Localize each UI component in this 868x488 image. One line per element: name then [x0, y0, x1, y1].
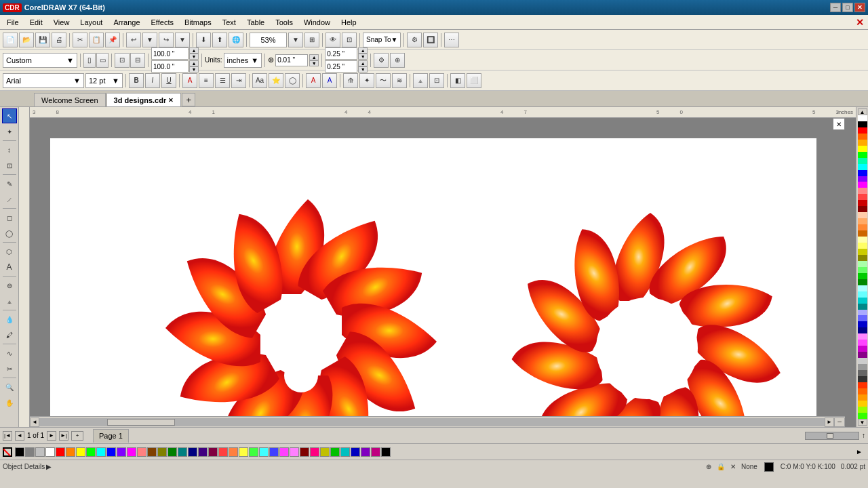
- add-page-frame[interactable]: ⊕: [390, 53, 405, 68]
- color-swatch[interactable]: [858, 194, 867, 200]
- menu-text[interactable]: Text: [217, 17, 241, 28]
- menu-edit[interactable]: Edit: [24, 17, 48, 28]
- font-dropdown[interactable]: Arial ▼: [3, 73, 84, 88]
- blend-tools[interactable]: ⟰: [343, 73, 358, 88]
- h-color-swatch[interactable]: [76, 447, 85, 457]
- hscroll-left[interactable]: ◄: [30, 418, 39, 427]
- color-swatch[interactable]: [858, 315, 867, 321]
- color-swatch[interactable]: [858, 364, 867, 370]
- h-color-swatch[interactable]: [157, 447, 167, 457]
- h-color-swatch[interactable]: [96, 447, 106, 457]
- h-color-swatch[interactable]: [15, 447, 24, 457]
- distort-btn[interactable]: 〜: [376, 73, 391, 88]
- prev-page-btn[interactable]: ◄: [15, 431, 24, 441]
- more-button[interactable]: ⋯: [444, 33, 459, 47]
- h-color-swatch[interactable]: [218, 447, 228, 457]
- select-tool[interactable]: ↖: [2, 108, 17, 123]
- color-swatch[interactable]: [858, 200, 867, 206]
- canvas-close-button[interactable]: ✕: [833, 118, 845, 130]
- h-color-swatch[interactable]: [310, 447, 319, 457]
- close-button[interactable]: ✕: [854, 3, 865, 12]
- tab-welcome-screen[interactable]: Welcome Screen: [34, 93, 106, 106]
- text-in-frame[interactable]: A: [322, 73, 337, 88]
- palette-scroll-down[interactable]: ▼: [858, 419, 867, 426]
- h-color-swatch[interactable]: [86, 447, 96, 457]
- last-page-btn[interactable]: ►|: [59, 431, 68, 441]
- color-swatch[interactable]: [858, 310, 867, 316]
- color-swatch[interactable]: [858, 285, 867, 291]
- align-left[interactable]: ≡: [199, 73, 214, 88]
- color-swatch[interactable]: [858, 370, 867, 376]
- color-swatch[interactable]: [858, 376, 867, 382]
- transform-tool[interactable]: ↕: [2, 142, 17, 157]
- color-swatch[interactable]: [858, 279, 867, 285]
- workspace-button[interactable]: 🔲: [423, 33, 438, 47]
- scroll-palette-right[interactable]: ►: [856, 448, 865, 455]
- h-color-swatch[interactable]: [167, 447, 177, 457]
- color-swatch[interactable]: [858, 134, 867, 140]
- effect-tool[interactable]: ✂: [2, 361, 17, 376]
- redo-button[interactable]: ↪: [159, 33, 174, 47]
- color-swatch[interactable]: [858, 267, 867, 273]
- full-screen[interactable]: ⊞: [304, 33, 319, 47]
- color-swatch[interactable]: [858, 340, 867, 346]
- color-swatch[interactable]: [858, 164, 867, 170]
- snap-to-dropdown[interactable]: Snap To ▼: [363, 33, 401, 47]
- color-swatch[interactable]: [858, 188, 867, 194]
- h-color-swatch[interactable]: [127, 447, 136, 457]
- menu-file[interactable]: File: [1, 17, 24, 28]
- next-page-btn[interactable]: ►: [47, 431, 56, 441]
- width-input[interactable]: [151, 47, 189, 60]
- color-swatch[interactable]: [858, 140, 867, 146]
- polygon-tool[interactable]: ⬡: [2, 244, 17, 259]
- page-1-tab[interactable]: Page 1: [93, 429, 129, 443]
- zoom-level[interactable]: 53%: [250, 33, 287, 47]
- copy-button[interactable]: 📋: [89, 33, 104, 47]
- font-size-dropdown[interactable]: 12 pt ▼: [85, 73, 123, 88]
- color-swatch[interactable]: [858, 298, 867, 304]
- zoom-slider[interactable]: [805, 432, 859, 440]
- h-color-swatch[interactable]: [25, 447, 35, 457]
- menu-window[interactable]: Window: [298, 17, 336, 28]
- color-swatch[interactable]: [858, 182, 867, 188]
- color-swatch[interactable]: [858, 237, 867, 243]
- smear-btn[interactable]: ≋: [392, 73, 407, 88]
- object-details-btn[interactable]: Object Details ▶: [3, 463, 52, 470]
- h-color-swatch[interactable]: [371, 447, 380, 457]
- h-color-swatch[interactable]: [188, 447, 197, 457]
- menu-view[interactable]: View: [48, 17, 75, 28]
- x-up[interactable]: ▲: [358, 47, 368, 54]
- connect-tool[interactable]: ⟁: [2, 293, 17, 308]
- h-color-swatch[interactable]: [259, 447, 269, 457]
- minimize-button[interactable]: ─: [830, 3, 841, 12]
- menu-arrange[interactable]: Arrange: [108, 17, 145, 28]
- fill-tool[interactable]: 💧: [2, 312, 17, 327]
- zoom-out-btn[interactable]: ─: [834, 418, 845, 427]
- h-color-swatch[interactable]: [66, 447, 75, 457]
- color-swatch[interactable]: [858, 146, 867, 152]
- h-color-swatch[interactable]: [279, 447, 289, 457]
- h-color-swatch[interactable]: [45, 447, 55, 457]
- height-input[interactable]: [151, 60, 189, 73]
- pan-tool[interactable]: ✋: [2, 395, 17, 410]
- dimension-tool[interactable]: ⊖: [2, 278, 17, 293]
- nudge-input[interactable]: [275, 54, 308, 66]
- tab-3d-designs[interactable]: 3d designs.cdr ✕: [106, 93, 182, 106]
- h-color-swatch[interactable]: [381, 447, 391, 457]
- page-size-dropdown[interactable]: Custom ▼: [3, 53, 77, 68]
- crop-tool[interactable]: ⊡: [2, 158, 17, 173]
- export-button[interactable]: ⬆: [212, 33, 227, 47]
- height-down[interactable]: ▼: [189, 66, 199, 73]
- color-swatch[interactable]: [858, 352, 867, 358]
- underline-button[interactable]: U: [161, 73, 176, 88]
- x-input[interactable]: [325, 47, 357, 60]
- ellipse-tool[interactable]: ◯: [2, 226, 17, 241]
- color-swatch[interactable]: [858, 218, 867, 224]
- indent-btn[interactable]: ⇥: [231, 73, 246, 88]
- publish-button[interactable]: 🌐: [229, 33, 243, 47]
- page-settings[interactable]: ⚙: [374, 53, 389, 68]
- height-up[interactable]: ▲: [189, 60, 199, 66]
- h-color-swatch[interactable]: [249, 447, 258, 457]
- text-color[interactable]: A: [182, 73, 197, 88]
- h-color-swatch[interactable]: [178, 447, 187, 457]
